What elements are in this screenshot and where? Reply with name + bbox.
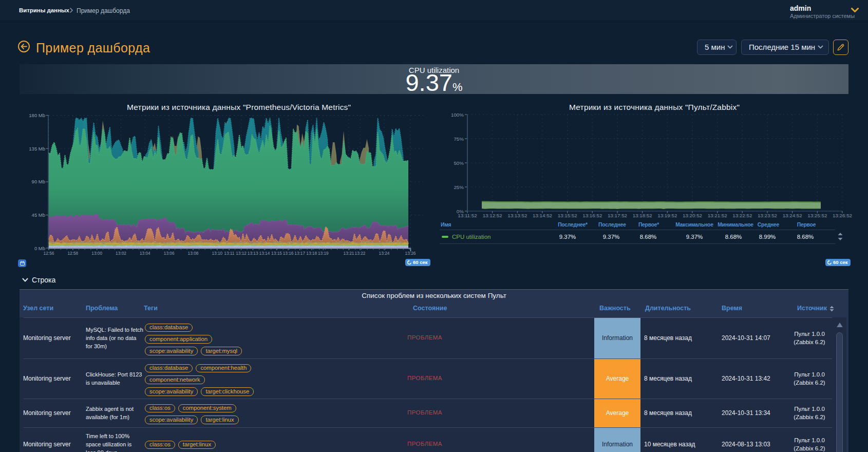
- svg-text:13:13:52: 13:13:52: [507, 213, 527, 218]
- svg-text:25%: 25%: [454, 184, 464, 190]
- svg-text:13:25:52: 13:25:52: [807, 213, 827, 218]
- svg-text:13:12:52: 13:12:52: [483, 213, 502, 218]
- svg-text:13:26:52: 13:26:52: [833, 213, 852, 218]
- svg-text:13:18:52: 13:18:52: [633, 213, 652, 218]
- svg-text:13:19:52: 13:19:52: [657, 213, 677, 218]
- svg-text:100%: 100%: [451, 112, 464, 118]
- svg-text:13:22:52: 13:22:52: [732, 213, 752, 218]
- svg-text:13:16:52: 13:16:52: [582, 213, 602, 218]
- svg-text:13:15:52: 13:15:52: [558, 213, 577, 218]
- svg-text:50%: 50%: [454, 160, 464, 166]
- svg-text:75%: 75%: [454, 136, 464, 142]
- svg-text:13:14:52: 13:14:52: [533, 213, 552, 218]
- svg-text:13:17:52: 13:17:52: [608, 213, 627, 218]
- svg-text:13:24:52: 13:24:52: [783, 213, 802, 218]
- svg-text:13:20:52: 13:20:52: [683, 213, 702, 218]
- svg-text:13:11:52: 13:11:52: [458, 213, 477, 218]
- svg-text:13:21:52: 13:21:52: [708, 213, 727, 218]
- svg-text:13:23:52: 13:23:52: [758, 213, 777, 218]
